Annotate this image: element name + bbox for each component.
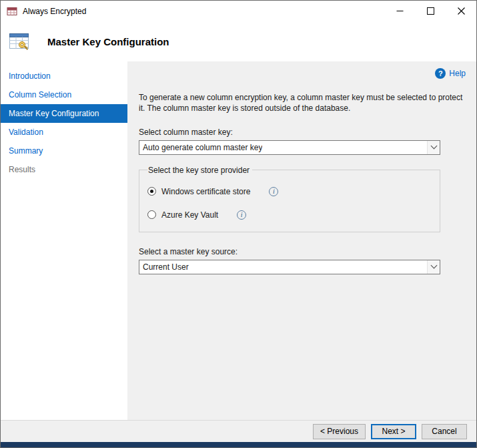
minimize-button[interactable] — [384, 1, 415, 21]
app-icon — [7, 6, 17, 17]
page-title: Master Key Configuration — [47, 36, 169, 47]
key-store-provider-group: Select the key store provider Windows ce… — [139, 166, 440, 232]
key-store-provider-group-label: Select the key store provider — [147, 166, 252, 175]
column-master-key-label: Select column master key: — [139, 128, 466, 137]
previous-button[interactable]: < Previous — [313, 424, 366, 439]
radio-windows-certificate-store[interactable]: Windows certificate store i — [147, 187, 432, 196]
titlebar[interactable]: Always Encrypted — [1, 1, 476, 21]
info-icon[interactable]: i — [237, 210, 246, 220]
main-content: ? Help To generate a new column encrypti… — [127, 61, 476, 420]
maximize-icon — [427, 7, 434, 15]
radio-windows-certificate-store-label: Windows certificate store — [161, 187, 250, 196]
wizard-steps-sidebar: Introduction Column Selection Master Key… — [1, 61, 127, 420]
help-link[interactable]: Help — [449, 69, 466, 78]
sidebar-item-master-key-configuration[interactable]: Master Key Configuration — [1, 104, 127, 123]
chevron-down-icon[interactable] — [427, 141, 440, 154]
sidebar-item-summary[interactable]: Summary — [1, 142, 127, 160]
window-title: Always Encrypted — [23, 7, 86, 16]
sidebar-item-introduction[interactable]: Introduction — [1, 67, 127, 85]
radio-selected-icon[interactable] — [147, 187, 156, 196]
always-encrypted-wizard-window: Always Encrypted Master Key Conf — [0, 0, 477, 448]
maximize-button[interactable] — [415, 1, 446, 21]
radio-azure-key-vault[interactable]: Azure Key Vault i — [147, 210, 432, 220]
help-icon[interactable]: ? — [435, 68, 446, 79]
master-key-source-dropdown[interactable]: Current User — [139, 260, 440, 274]
cancel-button[interactable]: Cancel — [422, 424, 467, 439]
footer-button-bar: < Previous Next > Cancel — [1, 420, 476, 442]
minimize-icon — [396, 7, 404, 15]
window-controls — [384, 1, 476, 21]
close-button[interactable] — [446, 1, 476, 21]
wizard-header: Master Key Configuration — [1, 21, 476, 61]
close-icon — [458, 7, 465, 15]
master-key-source-value: Current User — [143, 262, 189, 272]
master-key-table-icon — [9, 31, 30, 52]
help-row: ? Help — [139, 68, 466, 79]
master-key-source-label: Select a master key source: — [139, 247, 466, 256]
radio-azure-key-vault-label: Azure Key Vault — [161, 210, 218, 220]
column-master-key-dropdown[interactable]: Auto generate column master key — [139, 140, 440, 155]
bottom-accent-strip — [1, 442, 476, 447]
info-icon[interactable]: i — [269, 187, 278, 196]
radio-unselected-icon[interactable] — [147, 210, 156, 219]
sidebar-item-results: Results — [1, 160, 127, 179]
sidebar-item-column-selection[interactable]: Column Selection — [1, 85, 127, 104]
description-text: To generate a new column encryption key,… — [139, 93, 466, 114]
next-button[interactable]: Next > — [371, 424, 416, 439]
chevron-down-icon[interactable] — [427, 260, 440, 274]
sidebar-item-validation[interactable]: Validation — [1, 123, 127, 142]
column-master-key-value: Auto generate column master key — [143, 143, 262, 152]
wizard-body: Introduction Column Selection Master Key… — [1, 61, 476, 420]
